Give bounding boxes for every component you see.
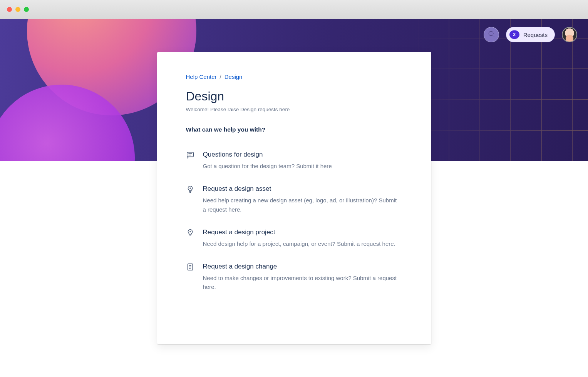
request-type-title: Request a design asset [203,185,402,193]
svg-rect-2 [187,152,193,157]
request-type-title: Request a design project [203,229,402,236]
breadcrumb-root-link[interactable]: Help Center [186,73,217,80]
search-button[interactable] [484,27,499,42]
window-minimize-button[interactable] [15,7,20,12]
request-type-item[interactable]: Request a design asset Need help creatin… [186,185,402,214]
request-type-desc: Need to make changes or improvements to … [203,274,399,292]
window-close-button[interactable] [7,7,12,12]
request-type-title: Questions for design [203,151,402,158]
chat-icon [186,151,194,159]
requests-count-badge: 2 [509,30,519,39]
window-chrome [0,0,588,19]
request-type-list: Questions for design Got a question for … [186,151,402,292]
breadcrumb-current-link[interactable]: Design [224,73,243,80]
breadcrumb-separator: / [220,73,221,80]
search-icon [487,30,495,39]
header-controls: 2 Requests [484,27,577,42]
window-zoom-button[interactable] [24,7,29,12]
portal-card: Help Center / Design Design Welcome! Ple… [157,52,431,344]
requests-label: Requests [523,32,548,38]
breadcrumb: Help Center / Design [186,73,402,80]
request-type-item[interactable]: Request a design change Need to make cha… [186,263,402,292]
lightbulb-icon [186,229,194,237]
page-title: Design [186,89,402,103]
lightbulb-icon [186,185,194,194]
request-type-desc: Got a question for the design team? Subm… [203,162,399,170]
svg-point-0 [489,31,493,36]
document-icon [186,263,194,271]
request-type-item[interactable]: Request a design project Need design hel… [186,229,402,248]
request-type-title: Request a design change [203,263,402,270]
avatar[interactable] [562,27,577,42]
request-type-desc: Need design help for a project, campaign… [203,239,399,248]
request-type-desc: Need help creating a new design asset (e… [203,196,399,214]
help-prompt: What can we help you with? [186,126,402,133]
requests-button[interactable]: 2 Requests [506,27,555,42]
request-type-item[interactable]: Questions for design Got a question for … [186,151,402,170]
page-subtitle: Welcome! Please raise Design requests he… [186,107,402,112]
svg-line-1 [493,35,494,37]
